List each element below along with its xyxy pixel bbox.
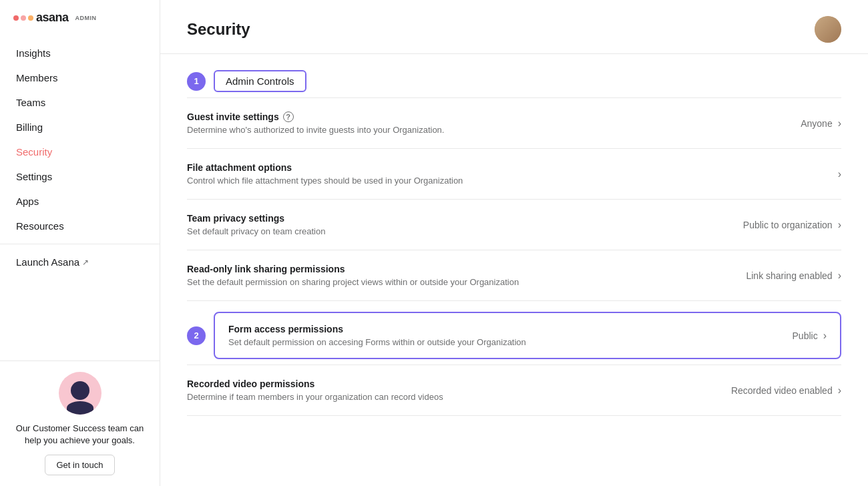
dot-red xyxy=(13,15,19,21)
file-attachment-value: › xyxy=(838,168,841,180)
sidebar-item-billing[interactable]: Billing xyxy=(0,115,160,140)
sidebar-item-label: Security xyxy=(16,146,52,158)
sidebar-nav: Insights Members Teams Billing Security … xyxy=(0,35,160,360)
file-attachment-title: File attachment options xyxy=(187,162,838,173)
sidebar-item-label: Settings xyxy=(16,171,52,182)
admin-controls-tab[interactable]: Admin Controls xyxy=(214,70,306,92)
sidebar-item-teams[interactable]: Teams xyxy=(0,90,160,115)
admin-badge: ADMIN xyxy=(75,15,97,21)
sidebar-item-apps[interactable]: Apps xyxy=(0,189,160,214)
recorded-video-content: Recorded video permissions Determine if … xyxy=(187,379,731,402)
avatar-image xyxy=(815,16,841,43)
external-link-icon: ↗ xyxy=(82,258,89,267)
customer-success-card: Our Customer Success team can help you a… xyxy=(11,372,149,475)
guest-invite-title: Guest invite settings ? xyxy=(187,111,801,122)
user-avatar[interactable] xyxy=(815,16,841,43)
logo-dots xyxy=(13,15,33,21)
sidebar-divider xyxy=(0,244,160,244)
file-attachment-content: File attachment options Control which fi… xyxy=(187,162,838,186)
recorded-video-desc: Determine if team members in your organi… xyxy=(187,392,731,402)
guest-invite-value: Anyone › xyxy=(801,117,841,130)
sidebar-item-members[interactable]: Members xyxy=(0,65,160,90)
sidebar-item-label: Insights xyxy=(16,47,51,59)
section-1-header: 1 Admin Controls xyxy=(187,70,841,92)
team-privacy-content: Team privacy settings Set default privac… xyxy=(187,213,743,236)
chevron-right-icon: › xyxy=(823,330,827,342)
chevron-right-icon: › xyxy=(838,385,841,397)
cs-avatar xyxy=(59,372,101,415)
link-sharing-content: Read-only link sharing permissions Set t… xyxy=(187,264,746,287)
link-sharing-desc: Set the default permission on sharing pr… xyxy=(187,277,746,287)
team-privacy-value: Public to organization › xyxy=(743,219,841,231)
sidebar-item-label: Teams xyxy=(16,97,45,108)
sidebar-item-label: Billing xyxy=(16,121,43,133)
file-attachment-desc: Control which file attachment types shou… xyxy=(187,176,838,186)
link-sharing-title: Read-only link sharing permissions xyxy=(187,264,746,274)
sidebar: asana ADMIN Insights Members Teams Billi… xyxy=(0,0,160,486)
chevron-right-icon: › xyxy=(838,117,841,130)
cs-text: Our Customer Success team can help you a… xyxy=(11,423,149,447)
sidebar-item-security[interactable]: Security xyxy=(0,140,160,164)
team-privacy-desc: Set default privacy on team creation xyxy=(187,226,743,236)
launch-asana-link[interactable]: Launch Asana ↗ xyxy=(0,250,160,274)
file-attachment-row[interactable]: File attachment options Control which fi… xyxy=(187,149,841,200)
team-privacy-title: Team privacy settings xyxy=(187,213,743,224)
chevron-right-icon: › xyxy=(838,168,841,180)
main-header: Security xyxy=(160,0,868,54)
sidebar-bottom: Our Customer Success team can help you a… xyxy=(0,360,160,486)
dot-orange xyxy=(28,15,33,21)
form-access-title: Form access permissions xyxy=(228,324,793,334)
logo-text: asana xyxy=(36,11,69,25)
help-icon: ? xyxy=(283,111,294,122)
avatar-head xyxy=(71,381,89,400)
page-title: Security xyxy=(187,20,250,39)
guest-invite-content: Guest invite settings ? Determine who's … xyxy=(187,111,801,135)
avatar-body xyxy=(67,401,93,415)
sidebar-item-resources[interactable]: Resources xyxy=(0,214,160,238)
form-access-desc: Set default permission on accesing Forms… xyxy=(228,337,793,347)
link-sharing-row[interactable]: Read-only link sharing permissions Set t… xyxy=(187,250,841,301)
section-2-number: 2 xyxy=(187,326,206,345)
sidebar-item-label: Members xyxy=(16,72,58,83)
settings-list: Guest invite settings ? Determine who's … xyxy=(187,97,841,301)
section-1-number: 1 xyxy=(187,72,206,91)
guest-invite-desc: Determine who's authorized to invite gue… xyxy=(187,125,801,135)
guest-invite-row[interactable]: Guest invite settings ? Determine who's … xyxy=(187,97,841,149)
recorded-video-list: Recorded video permissions Determine if … xyxy=(187,364,841,416)
launch-asana-label: Launch Asana xyxy=(16,256,79,268)
form-access-content: Form access permissions Set default perm… xyxy=(228,324,793,347)
chevron-right-icon: › xyxy=(838,219,841,231)
content-area: 1 Admin Controls Guest invite settings ?… xyxy=(160,54,868,432)
dot-pink xyxy=(21,15,26,21)
sidebar-item-insights[interactable]: Insights xyxy=(0,41,160,65)
chevron-right-icon: › xyxy=(838,270,841,282)
form-access-value: Public › xyxy=(793,330,827,342)
link-sharing-value: Link sharing enabled › xyxy=(746,270,841,282)
recorded-video-title: Recorded video permissions xyxy=(187,379,731,389)
asana-logo: asana xyxy=(13,11,69,25)
sidebar-item-label: Apps xyxy=(16,196,39,207)
sidebar-item-label: Resources xyxy=(16,220,64,232)
section-2-wrapper: 2 Form access permissions Set default pe… xyxy=(187,312,841,359)
sidebar-item-settings[interactable]: Settings xyxy=(0,164,160,189)
get-in-touch-button[interactable]: Get in touch xyxy=(45,455,114,475)
form-access-row[interactable]: Form access permissions Set default perm… xyxy=(214,312,841,359)
team-privacy-row[interactable]: Team privacy settings Set default privac… xyxy=(187,200,841,250)
recorded-video-value: Recorded video enabled › xyxy=(731,385,841,397)
logo-area: asana ADMIN xyxy=(0,0,160,35)
recorded-video-row[interactable]: Recorded video permissions Determine if … xyxy=(187,364,841,416)
main-content: Security 1 Admin Controls Guest invite s… xyxy=(160,0,868,486)
